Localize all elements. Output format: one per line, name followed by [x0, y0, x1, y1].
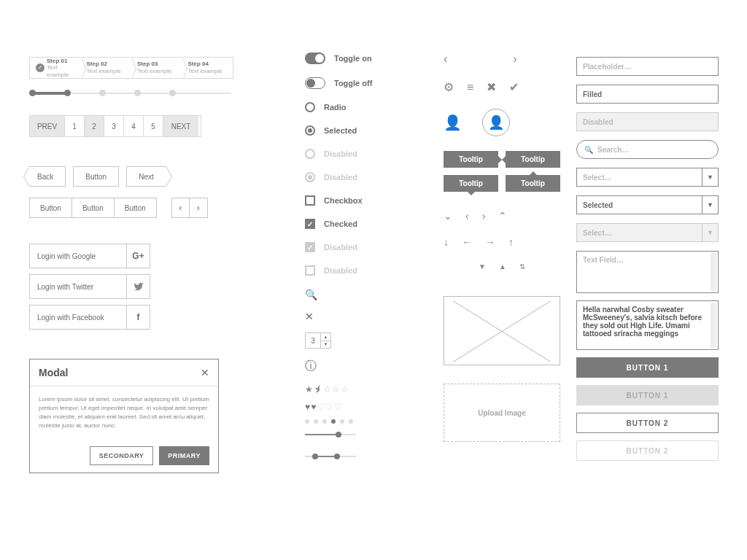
- slider-handle[interactable]: [334, 454, 340, 459]
- next-button[interactable]: Next: [126, 166, 166, 187]
- page-1[interactable]: 1: [65, 116, 85, 136]
- page-5[interactable]: 5: [144, 116, 163, 136]
- upload-area[interactable]: Upload Image: [444, 384, 560, 442]
- chevron-down-icon[interactable]: ⌄: [444, 210, 452, 222]
- grouped-button[interactable]: Button: [115, 198, 156, 217]
- chevron-right-icon[interactable]: ›: [190, 198, 207, 217]
- progress-dot[interactable]: [29, 90, 36, 96]
- slider-handle[interactable]: [312, 454, 318, 459]
- arrow-button-group[interactable]: ‹ ›: [171, 198, 208, 218]
- page-3[interactable]: 3: [104, 116, 124, 136]
- chevron-left-icon[interactable]: ‹: [444, 52, 447, 66]
- button[interactable]: Button: [73, 166, 119, 187]
- progress-dot[interactable]: [64, 90, 71, 96]
- number-stepper[interactable]: 3 ▲▼: [305, 332, 331, 349]
- text-input-placeholder[interactable]: Placeholder…: [576, 57, 719, 76]
- menu-icon[interactable]: ≡: [467, 81, 473, 94]
- login-twitter-button[interactable]: Login with Twitter: [29, 274, 150, 299]
- pagination[interactable]: PREV 1 2 3 4 5 NEXT: [29, 115, 201, 137]
- modal: Modal ✕ Lorem ipsum dolor sit amet, cons…: [29, 359, 219, 473]
- radio[interactable]: [305, 102, 315, 112]
- arrow-left-icon[interactable]: ←: [462, 236, 472, 248]
- chevron-left-icon[interactable]: ‹: [172, 198, 190, 217]
- step-3[interactable]: Step 03Text example: [131, 58, 182, 78]
- stepper-up-icon[interactable]: ▲: [321, 333, 330, 341]
- chevron-left-icon[interactable]: ‹: [465, 210, 469, 222]
- tooltip-right: Tooltip: [444, 151, 498, 168]
- step-2[interactable]: Step 02Text example: [81, 58, 132, 78]
- step-1[interactable]: ✓Step 01Text example: [30, 58, 81, 78]
- carousel-dots[interactable]: [305, 419, 422, 424]
- page-4[interactable]: 4: [124, 116, 144, 136]
- close-icon[interactable]: ✕: [201, 367, 209, 378]
- radio-selected[interactable]: [305, 125, 315, 136]
- back-button[interactable]: Back: [29, 166, 66, 187]
- checkbox-checked[interactable]: ✓: [305, 219, 315, 229]
- toggle-off[interactable]: [305, 77, 325, 89]
- tooltip-top: Tooltip: [506, 175, 560, 192]
- search-icon[interactable]: 🔍: [305, 289, 422, 300]
- textarea-placeholder[interactable]: Text Field…: [576, 251, 719, 293]
- user-icon[interactable]: 👤: [444, 114, 462, 131]
- text-input-filled[interactable]: Filled: [576, 85, 719, 104]
- stepper[interactable]: ✓Step 01Text example Step 02Text example…: [29, 57, 233, 79]
- arrow-right-icon[interactable]: →: [485, 236, 495, 248]
- gear-icon[interactable]: ⚙: [444, 80, 454, 94]
- range-slider[interactable]: [305, 453, 356, 460]
- check-icon[interactable]: ✔: [509, 80, 519, 94]
- avatar[interactable]: 👤: [482, 109, 510, 136]
- progress-dot[interactable]: [134, 90, 141, 96]
- arrow-up-icon[interactable]: ↑: [508, 236, 514, 248]
- sort-icon[interactable]: ⇅: [519, 262, 525, 271]
- slider[interactable]: [305, 431, 356, 438]
- page-2[interactable]: 2: [85, 116, 104, 136]
- check-icon: ✓: [36, 63, 44, 72]
- grouped-button[interactable]: Button: [72, 198, 115, 217]
- checkbox[interactable]: [305, 195, 315, 206]
- checkbox-label: Checked: [324, 219, 357, 228]
- textarea-filled[interactable]: Hella narwhal Cosby sweater McSweeney's,…: [576, 300, 719, 350]
- progress-dot[interactable]: [169, 90, 176, 96]
- close-icon[interactable]: ✖: [487, 80, 496, 94]
- login-google-button[interactable]: Login with GoogleG+: [29, 244, 150, 268]
- arrow-down-icon[interactable]: ↓: [444, 236, 449, 248]
- checkbox-label: Disabled: [324, 243, 357, 252]
- button-primary[interactable]: BUTTON 1: [576, 357, 719, 378]
- scrollbar[interactable]: [711, 253, 716, 291]
- chevron-right-icon[interactable]: ›: [513, 52, 516, 66]
- heart-rating[interactable]: ♥♥♡♡♡: [305, 402, 422, 412]
- image-placeholder: [444, 296, 560, 365]
- button-group[interactable]: Button Button Button: [29, 198, 157, 218]
- secondary-button[interactable]: SECONDARY: [90, 446, 154, 465]
- next-button[interactable]: NEXT: [163, 116, 198, 136]
- login-facebook-button[interactable]: Login with Facebookf: [29, 305, 150, 330]
- button-secondary[interactable]: BUTTON 2: [576, 413, 719, 433]
- twitter-icon: [126, 275, 150, 298]
- checkbox-label: Checkbox: [324, 196, 363, 205]
- modal-body: Lorem ipsum dolor sit amet, consectetur …: [30, 386, 218, 439]
- text-input-disabled: Disabled: [576, 112, 719, 131]
- progress-dots[interactable]: [29, 90, 233, 97]
- prev-button[interactable]: PREV: [30, 116, 65, 136]
- social-logins: Login with GoogleG+ Login with Twitter L…: [29, 244, 233, 330]
- help-icon[interactable]: ⓘ: [305, 359, 422, 374]
- step-4[interactable]: Step 04Text example: [182, 58, 233, 78]
- chevron-right-icon[interactable]: ›: [482, 210, 486, 222]
- caret-down-icon[interactable]: ▼: [479, 262, 486, 271]
- select-selected[interactable]: Selected▼: [576, 195, 719, 214]
- caret-up-icon[interactable]: ▲: [499, 262, 506, 271]
- chevron-up-icon[interactable]: ⌃: [498, 210, 507, 222]
- toggle-on[interactable]: [305, 52, 325, 64]
- select-placeholder[interactable]: Select…▼: [576, 168, 719, 187]
- stepper-down-icon[interactable]: ▼: [321, 341, 330, 349]
- tooltip-left: Tooltip: [506, 151, 560, 168]
- search-input[interactable]: 🔍Search…: [576, 140, 719, 159]
- primary-button[interactable]: PRIMARY: [159, 446, 209, 465]
- scrollbar[interactable]: [711, 303, 716, 348]
- close-icon[interactable]: ✕: [305, 311, 422, 322]
- star-rating[interactable]: ★⯨☆☆☆: [305, 384, 422, 394]
- facebook-icon: f: [126, 306, 150, 329]
- grouped-button[interactable]: Button: [30, 198, 72, 217]
- progress-dot[interactable]: [99, 90, 106, 96]
- slider-handle[interactable]: [336, 432, 341, 438]
